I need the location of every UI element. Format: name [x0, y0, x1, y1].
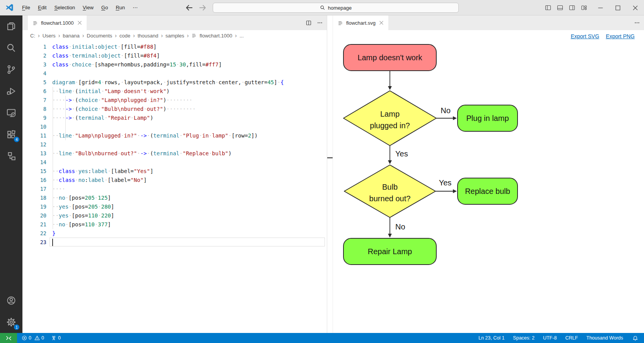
file-icon: [32, 20, 38, 26]
menu-view[interactable]: View: [79, 3, 97, 12]
maximize-button[interactable]: [609, 0, 627, 15]
editor-sash[interactable]: [327, 15, 333, 333]
code-line[interactable]: 11··line·"Lamp\nplugged·in?"·->·(termina…: [22, 131, 327, 140]
breadcrumb-item[interactable]: Documents: [87, 33, 112, 39]
indentation[interactable]: Spaces: 2: [509, 333, 538, 343]
code-line[interactable]: 1class·initial:object·[fill=#f88]: [22, 42, 327, 51]
source-control-icon: [6, 65, 16, 75]
code-line[interactable]: 16··class·no:label·[label="No"]: [22, 176, 327, 185]
preview-group: flowchart.svg Export SVG Export PNG NoYe…: [333, 15, 644, 333]
code-line[interactable]: 4: [22, 69, 327, 78]
code-line[interactable]: 22}: [22, 229, 327, 238]
tab-flowchart-1000[interactable]: flowchart.1000: [28, 15, 87, 30]
code-line[interactable]: 19··yes·[pos=205·280]: [22, 202, 327, 211]
line-number: 11: [22, 131, 52, 140]
close-window-button[interactable]: [627, 0, 644, 15]
cursor-position[interactable]: Ln 23, Col 1: [475, 333, 508, 343]
code-line-text: ··class·yes:label·[label="Yes"]: [52, 167, 153, 176]
eol[interactable]: CRLF: [562, 333, 581, 343]
tab-label: flowchart.1000: [41, 20, 74, 26]
choice-burned-label: burned out?: [369, 194, 411, 203]
code-line[interactable]: 8····->·(choice·"Bulb\nburned·out?")····…: [22, 105, 327, 114]
code-line[interactable]: 14: [22, 158, 327, 167]
code-line[interactable]: 17····: [22, 185, 327, 194]
code-line[interactable]: 2class·terminal:object·[fill=#8f4]: [22, 51, 327, 60]
close-tab-button[interactable]: [77, 20, 83, 26]
encoding[interactable]: UTF-8: [540, 333, 560, 343]
layout-customize-icon[interactable]: [581, 5, 587, 11]
activity-remote-explorer[interactable]: [0, 102, 22, 124]
line-number: 14: [22, 158, 52, 167]
minimize-button[interactable]: [592, 0, 609, 15]
code-line[interactable]: 12: [22, 140, 327, 149]
code-line-text: ····->·(terminal·"Repair·Lamp"): [52, 114, 153, 122]
menu-go[interactable]: Go: [98, 3, 111, 12]
remote-indicator[interactable]: [0, 333, 17, 343]
badge: 4: [14, 136, 20, 143]
scrollbar-thumb[interactable]: [327, 157, 333, 158]
breadcrumb-item[interactable]: ...: [239, 33, 244, 39]
current-line-highlight: [50, 238, 325, 246]
activity-settings[interactable]: 1: [0, 311, 22, 333]
problems-status[interactable]: 0 0: [19, 333, 47, 343]
edge-burned-repair-label: No: [395, 222, 405, 231]
ports-status[interactable]: 0: [48, 333, 63, 343]
activity-extensions[interactable]: 4: [0, 124, 22, 145]
more-actions-icon[interactable]: [317, 20, 323, 26]
breadcrumb-item[interactable]: code: [120, 33, 130, 39]
code-line[interactable]: 20··yes·[pos=110·220]: [22, 211, 327, 220]
menu-run[interactable]: Run: [112, 3, 128, 12]
command-center-search[interactable]: homepage: [213, 3, 459, 13]
code-line-text: ··yes·[pos=110·220]: [52, 211, 114, 220]
code-line[interactable]: 10: [22, 122, 327, 131]
breadcrumb-item[interactable]: samples: [166, 33, 184, 39]
activity-run-debug[interactable]: [0, 80, 22, 102]
code-line[interactable]: 13··line·"Bulb\nburned·out?"·->·(termina…: [22, 149, 327, 158]
activity-accounts[interactable]: [0, 290, 22, 311]
split-editor-icon[interactable]: [306, 20, 312, 26]
tab-flowchart-svg[interactable]: flowchart.svg: [333, 15, 388, 30]
more-actions-icon[interactable]: [634, 20, 640, 26]
breadcrumb-separator: ›: [115, 32, 117, 39]
notifications-bell[interactable]: [630, 333, 641, 343]
code-line[interactable]: 9····->·(terminal·"Repair·Lamp"): [22, 114, 327, 122]
code-line[interactable]: 3class·choice·[shape=rhombus,padding=15·…: [22, 60, 327, 69]
search-value: homepage: [328, 5, 352, 11]
code-line[interactable]: 15··class·yes:label·[label="Yes"]: [22, 167, 327, 176]
breadcrumb-item[interactable]: flowchart.1000: [200, 33, 232, 39]
accounts-icon: [6, 295, 16, 306]
close-tab-button[interactable]: [378, 20, 385, 26]
run-debug-icon: [6, 86, 16, 96]
language-mode[interactable]: Thousand Words: [583, 333, 627, 343]
breadcrumb-item[interactable]: Users: [43, 33, 56, 39]
menu-file[interactable]: File: [19, 3, 34, 12]
activity-search[interactable]: [0, 37, 22, 59]
forward-icon[interactable]: [198, 3, 207, 12]
breadcrumb-item[interactable]: C:: [30, 33, 35, 39]
code-line[interactable]: 5diagram·[grid=4·rows,·layout=pack,·just…: [22, 78, 327, 87]
breadcrumb-item[interactable]: thousand: [138, 33, 159, 39]
choice-plugged-label: Lamp: [380, 110, 400, 118]
menu-selection[interactable]: Selection: [51, 3, 78, 12]
code-line[interactable]: 21··no·[pos=110·377]: [22, 220, 327, 229]
activity-source-control[interactable]: [0, 59, 22, 80]
code-line[interactable]: 7····->·(choice·"Lamp\nplugged·in?")····…: [22, 96, 327, 105]
layout-sidebar-left-icon[interactable]: [545, 5, 551, 11]
code-line[interactable]: 6··line·(initial·"Lamp·doesn't·work"): [22, 87, 327, 96]
code-line-text: ··no·[pos=110·377]: [52, 220, 111, 229]
breadcrumb-item[interactable]: banana: [63, 33, 79, 39]
menu-edit[interactable]: Edit: [34, 3, 50, 12]
initial-node-label: Lamp doesn't work: [357, 53, 422, 62]
layout-sidebar-right-icon[interactable]: [569, 5, 575, 11]
back-icon[interactable]: [185, 3, 193, 12]
layout-panel-icon[interactable]: [557, 5, 563, 11]
code-editor[interactable]: 1class·initial:object·[fill=#f88]2class·…: [22, 41, 327, 333]
activity-diagram-extension[interactable]: [0, 145, 22, 167]
terminal-repair-label: Repair Lamp: [368, 247, 412, 256]
line-number: 7: [22, 96, 52, 105]
code-line-text: ····: [52, 185, 65, 194]
menu-overflow[interactable]: ⋯: [129, 3, 141, 12]
activity-explorer[interactable]: [0, 15, 22, 37]
text-cursor: [52, 239, 53, 246]
code-line[interactable]: 18··no·[pos=205·125]: [22, 194, 327, 202]
